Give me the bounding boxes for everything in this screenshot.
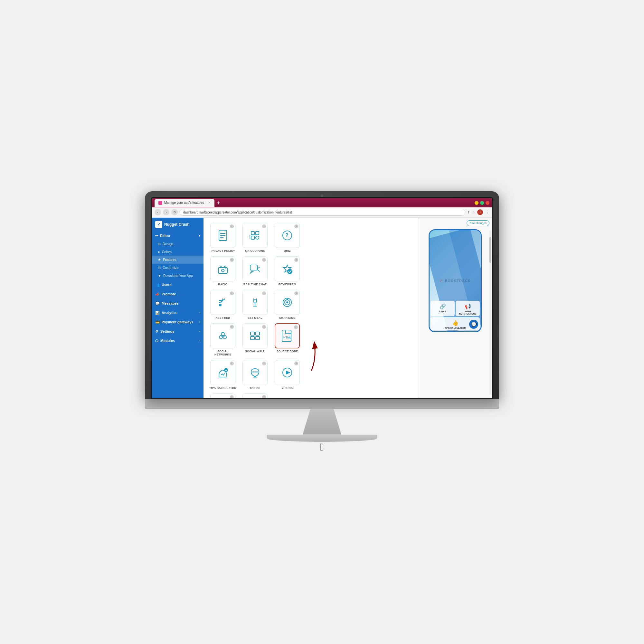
info-dot-weather[interactable]: i: [230, 395, 234, 398]
forward-button[interactable]: ›: [163, 209, 169, 215]
info-dot-videos[interactable]: i: [294, 362, 298, 365]
svg-rect-6: [251, 236, 254, 239]
features-icon: ★: [158, 258, 161, 262]
info-dot-realtime[interactable]: i: [262, 258, 266, 262]
features-label: Features: [163, 258, 176, 261]
sidebar-editor-header[interactable]: ✏ Editor ▾: [152, 232, 204, 240]
settings-icon: ⚙: [155, 329, 158, 334]
feature-item-realtime-chat[interactable]: i REALTIME CH: [241, 256, 269, 286]
topics-label: TOPICS: [250, 386, 260, 390]
customize-label: Customize: [163, 266, 179, 270]
info-dot-tips[interactable]: i: [230, 362, 234, 365]
phone-tile-push: 📢 PUSH NOTIFICATIONS: [456, 301, 480, 316]
back-button[interactable]: ‹: [155, 209, 161, 215]
imac-chin: [145, 399, 499, 409]
radio-icon: [216, 262, 229, 275]
maximize-button[interactable]: [480, 201, 484, 205]
feature-item-weather[interactable]: i WEATHER: [209, 393, 237, 398]
bookmark-icon[interactable]: ☆: [472, 210, 475, 214]
sidebar-analytics-header[interactable]: 📊 Analytics ›: [152, 309, 204, 317]
sidebar-users-header[interactable]: 👥 Users: [152, 281, 204, 289]
reviewpro-icon: [281, 262, 294, 275]
feature-item-set-meal[interactable]: i SET MEAL: [241, 290, 269, 319]
feature-item-topics[interactable]: i: [241, 360, 269, 390]
sidebar-item-colors[interactable]: ● Colors: [152, 248, 204, 256]
feature-icon-box-qr: i: [242, 223, 268, 248]
videos-label: VIDEOS: [282, 386, 293, 390]
svg-point-23: [286, 301, 288, 303]
feature-item-wordpress[interactable]: i W WORDPRESS: [241, 393, 269, 398]
feature-item-quiz[interactable]: i ? QUIZ: [273, 223, 301, 252]
preview-scrollbar-thumb[interactable]: [489, 237, 491, 263]
feature-item-source-code[interactable]: i HTML SOURCE CODE: [273, 323, 301, 356]
sidebar-item-features[interactable]: ★ Features: [152, 256, 204, 264]
feature-item-reviewpro[interactable]: i REVIEWPRO: [273, 256, 301, 286]
info-dot-radio[interactable]: i: [230, 258, 234, 262]
see-changes-button[interactable]: See changes: [467, 220, 489, 226]
radio-label: RADIO: [218, 283, 228, 286]
tab-close-icon[interactable]: ✕: [208, 201, 211, 204]
sidebar-promote-header[interactable]: 📣 Promote: [152, 290, 204, 298]
colors-label: Colors: [162, 250, 172, 254]
new-tab-button[interactable]: +: [217, 200, 220, 206]
profile-icon[interactable]: I: [477, 209, 483, 215]
phone-preview: 📚 BOOKTRACK 🔗 LINKS: [429, 229, 482, 332]
info-dot-wall[interactable]: i: [262, 325, 266, 329]
chat-button[interactable]: 💬: [469, 320, 478, 329]
sidebar-messages-header[interactable]: 💬 Messages: [152, 299, 204, 308]
modules-chevron-icon: ›: [199, 339, 200, 342]
feature-icon-box-videos: i: [275, 360, 300, 385]
feature-item-rss-feed[interactable]: i RSS FEED: [209, 290, 237, 319]
sidebar-payment-header[interactable]: 💳 Payment gateways ›: [152, 318, 204, 326]
feature-item-privacy-policy[interactable]: i PRIVACY POL: [209, 223, 237, 252]
info-dot-meal[interactable]: i: [262, 291, 266, 295]
tab-title: Manage your app's features: [164, 201, 204, 204]
imac-screen-outer: Manage your app's features ✕ +: [145, 191, 499, 399]
info-dot-smartads[interactable]: i: [294, 291, 298, 295]
feature-item-smartads[interactable]: i SMARTADS: [273, 290, 301, 319]
feature-item-social-wall[interactable]: i SOCIAL WALL: [241, 323, 269, 356]
info-dot-wp[interactable]: i: [262, 395, 266, 398]
feature-icon-box-quiz: i ?: [275, 223, 300, 248]
info-dot-quiz[interactable]: i: [294, 224, 298, 228]
feature-item-radio[interactable]: i: [209, 256, 237, 286]
close-button[interactable]: [486, 201, 489, 205]
sidebar-item-customize[interactable]: ⊟ Customize: [152, 264, 204, 272]
imac-stand: [267, 409, 377, 442]
info-dot-review[interactable]: i: [294, 258, 298, 262]
smartads-label: SMARTADS: [279, 316, 295, 319]
info-dot-topics[interactable]: i: [262, 362, 266, 365]
minimize-button[interactable]: [475, 201, 478, 205]
sidebar-brand: ✓ Nugget Crash: [152, 218, 204, 231]
settings-label: Settings: [160, 329, 174, 333]
info-dot-rss[interactable]: i: [230, 291, 234, 295]
address-bar-input[interactable]: [180, 209, 465, 216]
quiz-label: QUIZ: [284, 249, 291, 252]
sidebar-item-design[interactable]: ⊞ Design: [152, 240, 204, 248]
info-dot-source[interactable]: i: [294, 325, 298, 329]
analytics-chevron-icon: ›: [199, 311, 200, 314]
info-dot-privacy[interactable]: i: [230, 224, 234, 228]
feature-item-social-networks[interactable]: i: [209, 323, 237, 356]
reload-button[interactable]: ↻: [171, 209, 178, 215]
info-dot-qr[interactable]: i: [262, 224, 266, 228]
svg-point-37: [254, 371, 256, 373]
modules-icon: ⬡: [155, 339, 158, 343]
svg-rect-31: [251, 336, 254, 340]
feature-icon-box-tips: i: [210, 360, 235, 385]
videos-icon: [281, 366, 294, 379]
sidebar-messages-section: 💬 Messages: [152, 299, 204, 308]
feature-item-qr-coupons[interactable]: i: [241, 223, 269, 252]
feature-icon-box-weather: i: [210, 393, 235, 398]
menu-icon[interactable]: ⋮: [485, 210, 489, 215]
design-label: Design: [163, 242, 173, 246]
imac-stand-base: [267, 435, 377, 442]
smartads-icon: [281, 296, 294, 309]
browser-tab[interactable]: Manage your app's features ✕: [155, 199, 214, 207]
feature-item-tips-calculator[interactable]: i TIPS CALCUL: [209, 360, 237, 390]
feature-item-videos[interactable]: i VIDEOS: [273, 360, 301, 390]
sidebar-item-download[interactable]: ▼ Download Your App: [152, 272, 204, 279]
sidebar-settings-header[interactable]: ⚙ Settings ›: [152, 327, 204, 336]
info-dot-social[interactable]: i: [230, 325, 234, 329]
sidebar-modules-header[interactable]: ⬡ Modules ›: [152, 337, 204, 345]
